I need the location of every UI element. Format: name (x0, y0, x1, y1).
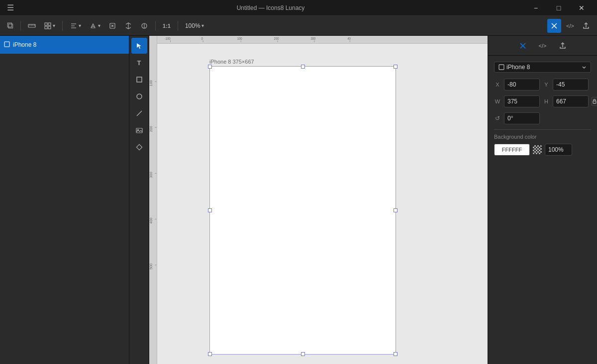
right-panel: </> iPhone 8 X Y W H (488, 36, 597, 364)
component-tool[interactable] (131, 139, 147, 155)
bg-color-swatch[interactable]: FFFFFF (494, 144, 530, 156)
xy-row: X Y (494, 79, 591, 91)
vertical-ruler: 100 200 300 400 500 (149, 36, 157, 364)
w-input[interactable] (504, 95, 540, 107)
canvas-content: iPhone 8 375×667 (157, 44, 488, 364)
horizontal-ruler: -100 0 100 200 300 40 (157, 36, 488, 44)
window-controls: − □ ✕ (524, 0, 593, 16)
lock-aspect-button[interactable] (592, 97, 597, 106)
artboard-selector-label: iPhone 8 (506, 64, 580, 71)
code-tab-button[interactable]: </> (563, 19, 577, 33)
titlebar: ☰ Untitled — Icons8 Lunacy − □ ✕ (0, 0, 597, 16)
text-tool[interactable]: T (131, 55, 147, 71)
grid-toggle-button[interactable]: ▾ (41, 19, 58, 33)
layers-toggle-button[interactable]: ⧉ (4, 19, 16, 33)
menu-button[interactable]: ☰ (4, 1, 17, 15)
ratio-button[interactable]: 1:1 (160, 19, 174, 33)
export-tab-button[interactable] (579, 19, 593, 33)
code-panel-tab[interactable]: </> (535, 38, 551, 54)
artboard-label: iPhone 8 375×667 (209, 59, 396, 65)
handle-middle-right[interactable] (394, 208, 398, 212)
rect-tool[interactable] (131, 72, 147, 88)
bg-color-hex: FFFFFF (502, 147, 522, 153)
svg-text:200: 200 (274, 36, 279, 40)
svg-rect-6 (48, 23, 51, 25)
fit-button[interactable] (105, 19, 119, 33)
main-layout: iPhone 8 T -100 0 (0, 36, 597, 364)
ruler-toggle-button[interactable] (25, 19, 39, 33)
rotation-input[interactable] (504, 112, 540, 124)
toolbar-separator-1 (20, 21, 21, 31)
svg-text:200: 200 (149, 126, 153, 132)
artboard[interactable] (209, 66, 396, 355)
bg-color-label: Background color (494, 134, 591, 140)
fill-button[interactable]: ▾ (86, 19, 103, 33)
svg-rect-17 (4, 42, 9, 47)
svg-text:0: 0 (201, 36, 203, 40)
x-label: X (494, 82, 501, 88)
tools-panel: T (129, 36, 149, 364)
h-input[interactable] (553, 95, 589, 107)
toolbar-separator-2 (62, 21, 63, 31)
svg-text:40: 40 (347, 36, 351, 40)
bg-opacity-input[interactable] (545, 144, 572, 156)
handle-middle-left[interactable] (208, 208, 212, 212)
window-title: Untitled — Icons8 Lunacy (17, 4, 524, 11)
close-button[interactable]: ✕ (570, 0, 593, 16)
svg-rect-21 (136, 128, 142, 133)
svg-text:500: 500 (149, 264, 153, 270)
svg-rect-23 (136, 144, 142, 150)
ellipse-tool[interactable] (131, 89, 147, 104)
rotation-label: ↺ (494, 115, 501, 122)
svg-rect-18 (137, 77, 142, 82)
bg-color-row: FFFFFF (494, 144, 591, 156)
rotation-row: ↺ (494, 112, 591, 124)
svg-text:300: 300 (149, 172, 153, 178)
inspect-tab-button[interactable] (547, 19, 561, 33)
maximize-button[interactable]: □ (547, 0, 570, 16)
x-input[interactable] (504, 79, 540, 91)
titlebar-left: ☰ (4, 1, 17, 15)
toolbar-right-section: </> (547, 19, 593, 33)
minimize-button[interactable]: − (524, 0, 547, 16)
panel-content: iPhone 8 X Y W H ↺ (488, 56, 597, 364)
zoom-value: 100% (185, 22, 200, 29)
h-label: H (543, 98, 550, 104)
y-input[interactable] (553, 79, 589, 91)
svg-rect-5 (45, 23, 47, 25)
handle-top-left[interactable] (208, 65, 212, 69)
artboard-icon (4, 41, 10, 48)
svg-line-20 (137, 111, 142, 116)
artboard-container[interactable]: iPhone 8 375×667 (209, 59, 396, 355)
panel-divider (494, 129, 591, 130)
svg-rect-50 (499, 65, 504, 70)
svg-rect-24 (157, 36, 488, 42)
zoom-button[interactable]: 100% ▾ (182, 19, 207, 33)
inspect-panel-tab[interactable] (515, 38, 531, 54)
wh-row: W H (494, 95, 591, 107)
select-tool[interactable] (131, 38, 147, 54)
line-tool[interactable] (131, 105, 147, 121)
w-label: W (494, 98, 501, 104)
handle-bottom-center[interactable] (301, 352, 305, 356)
mask-button[interactable] (137, 19, 151, 33)
align-button[interactable]: ▾ (67, 19, 84, 33)
handle-top-center[interactable] (301, 65, 305, 69)
export-panel-tab[interactable] (555, 38, 571, 54)
layer-item-iphone8[interactable]: iPhone 8 (0, 36, 129, 54)
artboard-selector[interactable]: iPhone 8 (494, 62, 591, 73)
svg-text:-100: -100 (165, 36, 171, 40)
panel-tabs: </> (488, 36, 597, 56)
svg-text:100: 100 (237, 36, 242, 40)
canvas-area[interactable]: -100 0 100 200 300 40 100 200 300 400 50… (149, 36, 488, 364)
handle-bottom-left[interactable] (208, 352, 212, 356)
image-tool[interactable] (131, 122, 147, 138)
handle-top-right[interactable] (394, 65, 398, 69)
flip-button[interactable] (121, 19, 135, 33)
y-label: Y (543, 82, 550, 88)
checkerboard-icon (533, 145, 542, 154)
svg-rect-51 (593, 101, 596, 103)
svg-text:100: 100 (149, 80, 153, 86)
handle-bottom-right[interactable] (394, 352, 398, 356)
toolbar: ⧉ ▾ ▾ ▾ 1:1 100% ▾ </> (0, 16, 597, 36)
